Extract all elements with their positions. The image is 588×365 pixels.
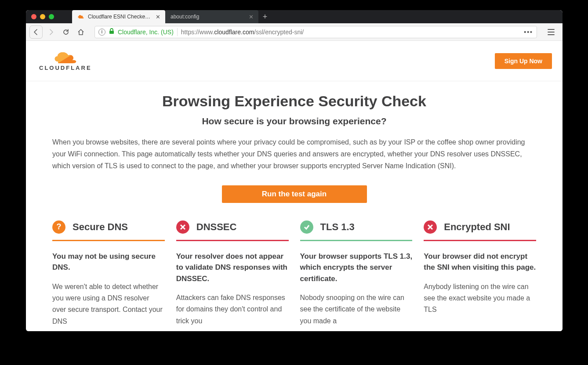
card-header: TLS 1.3 [300,220,413,241]
window-maximize-button[interactable] [49,14,54,19]
card-lead: Your browser did not encrypt the SNI whe… [424,251,536,273]
cloudflare-icon [77,14,84,20]
card-header: DNSSEC [176,220,289,241]
result-tls13: TLS 1.3 Your browser supports TLS 1.3, w… [300,220,413,328]
results-grid: ? Secure DNS You may not be using secure… [26,203,563,328]
window-close-button[interactable] [31,14,36,19]
window-minimize-button[interactable] [40,14,45,19]
result-dnssec: DNSSEC Your resolver does not appear to … [176,220,289,328]
pass-icon [300,220,313,234]
card-lead: Your browser supports TLS 1.3, which enc… [300,251,413,285]
hamburger-menu-button[interactable] [543,29,559,35]
result-esni: Encrypted SNI Your browser did not encry… [424,220,536,328]
browser-window: Cloudflare ESNI Checker | Cloud ✕ about:… [26,10,563,331]
page-content: CLOUDFLARE Sign Up Now Browsing Experien… [26,41,563,331]
fail-icon [176,220,189,234]
card-body: Nobody snooping on the wire can see the … [300,292,413,327]
cloudflare-logo[interactable]: CLOUDFLARE [39,51,92,71]
home-button[interactable] [74,25,87,39]
card-body: We weren't able to detect whether you we… [52,281,165,328]
result-secure-dns: ? Secure DNS You may not be using secure… [52,220,165,328]
card-body: Anybody listening on the wire can see th… [424,281,536,316]
run-test-button[interactable]: Run the test again [222,185,367,203]
tab-about-config[interactable]: about:config ✕ [165,10,258,23]
tab-title: about:config [171,14,244,20]
card-title: Encrypted SNI [444,221,510,233]
tab-cloudflare[interactable]: Cloudflare ESNI Checker | Cloud ✕ [72,10,165,23]
page-subtitle: How secure is your browsing experience? [52,116,536,126]
nav-toolbar: i Cloudflare, Inc. (US) https://www.clou… [26,23,563,41]
svg-rect-0 [109,31,114,34]
fail-icon [424,220,437,234]
reload-button[interactable] [59,25,73,39]
close-icon[interactable]: ✕ [248,14,254,20]
card-header: Encrypted SNI [424,220,536,241]
new-tab-button[interactable]: + [258,10,272,23]
separator [177,28,178,36]
card-header: ? Secure DNS [52,220,165,241]
cert-label: Cloudflare, Inc. (US) [118,29,174,36]
cloudflare-wordmark: CLOUDFLARE [39,65,92,71]
url-text: https://www.cloudflare.com/ssl/encrypted… [181,29,304,36]
cloudflare-cloud-icon [53,51,78,63]
question-icon: ? [52,220,65,234]
lock-icon [109,28,114,36]
card-body: Attackers can fake DNS responses for dom… [176,292,289,327]
intro-paragraph: When you browse websites, there are seve… [52,136,536,172]
card-title: DNSSEC [196,221,237,233]
back-button[interactable] [29,25,43,39]
url-bar[interactable]: i Cloudflare, Inc. (US) https://www.clou… [94,26,537,38]
titlebar: Cloudflare ESNI Checker | Cloud ✕ about:… [26,10,563,23]
tab-title: Cloudflare ESNI Checker | Cloud [88,14,151,20]
card-lead: You may not be using secure DNS. [52,251,165,273]
tab-strip: Cloudflare ESNI Checker | Cloud ✕ about:… [72,10,272,23]
site-header: CLOUDFLARE Sign Up Now [26,41,563,81]
close-icon[interactable]: ✕ [155,14,161,20]
card-title: TLS 1.3 [320,221,355,233]
page-title: Browsing Experience Security Check [52,93,536,110]
site-info-icon[interactable]: i [98,29,105,36]
signup-button[interactable]: Sign Up Now [495,53,552,69]
card-lead: Your resolver does not appear to validat… [176,251,289,285]
forward-button[interactable] [44,25,58,39]
card-title: Secure DNS [73,221,128,233]
page-actions-icon[interactable]: ••• [524,29,533,36]
window-controls [26,14,72,19]
hero: Browsing Experience Security Check How s… [26,81,563,203]
